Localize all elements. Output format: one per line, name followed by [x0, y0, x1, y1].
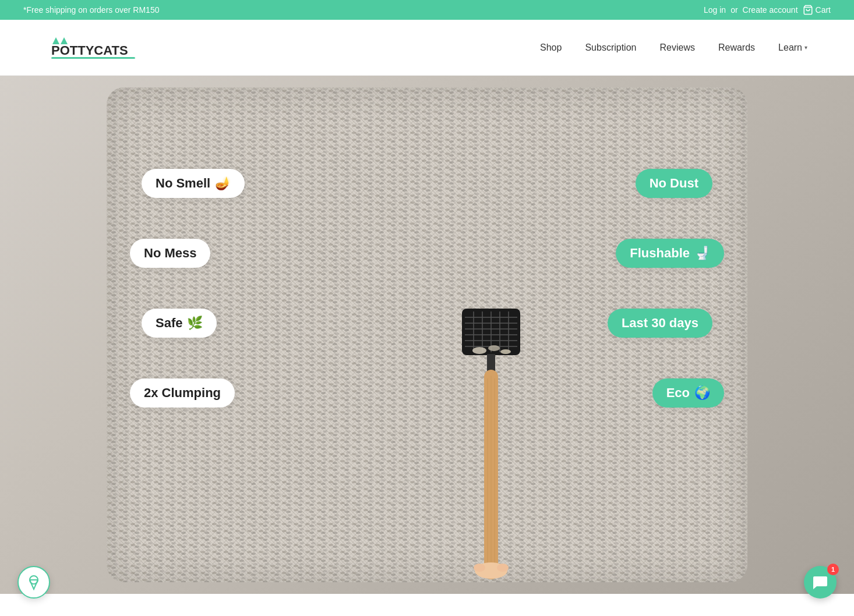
badge-last-30-label: Last 30 days	[622, 316, 698, 331]
reviews-link[interactable]: Reviews	[659, 43, 694, 52]
cart-link[interactable]: Cart	[803, 5, 831, 15]
or-separator: or	[731, 5, 737, 15]
nav-item-learn[interactable]: Learn ▾	[778, 43, 807, 53]
badge-flushable-label: Flushable	[630, 246, 690, 261]
svg-text:POTTYCATS: POTTYCATS	[51, 43, 128, 58]
badge-no-smell: No Smell 🪔	[142, 169, 245, 198]
shop-link[interactable]: Shop	[540, 43, 562, 52]
cart-label: Cart	[816, 5, 831, 15]
badge-eco: Eco 🌍	[652, 378, 724, 408]
badge-2x-clumping: 2x Clumping	[130, 378, 235, 408]
announcement-bar: *Free shipping on orders over RM150 Log …	[0, 0, 854, 20]
rewards-widget[interactable]	[17, 566, 50, 599]
badge-flushable: Flushable 🚽	[616, 239, 724, 268]
chat-badge: 1	[827, 564, 839, 575]
auth-links: Log in or Create account Cart	[704, 5, 831, 15]
chat-icon	[812, 574, 828, 590]
subscription-link[interactable]: Subscription	[585, 43, 636, 52]
nav-item-shop[interactable]: Shop	[540, 43, 562, 53]
badge-flushable-emoji: 🚽	[694, 246, 710, 261]
login-link[interactable]: Log in	[704, 5, 726, 15]
svg-point-28	[500, 349, 511, 354]
badge-no-smell-label: No Smell	[156, 176, 210, 191]
cart-icon	[803, 5, 813, 15]
badge-safe-emoji: 🌿	[187, 316, 203, 331]
badge-no-dust-label: No Dust	[650, 176, 698, 191]
svg-point-27	[488, 345, 500, 351]
nav-item-reviews[interactable]: Reviews	[659, 43, 694, 53]
logo-container[interactable]: POTTYCATS	[47, 31, 140, 63]
svg-rect-21	[487, 354, 495, 371]
badge-eco-label: Eco	[666, 385, 690, 401]
svg-point-31	[497, 564, 509, 572]
svg-rect-4	[51, 57, 135, 59]
svg-point-30	[474, 564, 485, 572]
create-account-link[interactable]: Create account	[743, 5, 798, 15]
badge-no-smell-emoji: 🪔	[215, 176, 231, 191]
badge-no-mess-label: No Mess	[144, 246, 196, 261]
nav-links: Shop Subscription Reviews Rewards Learn …	[540, 43, 807, 53]
announcement-text: *Free shipping on orders over RM150	[23, 5, 159, 15]
badge-safe: Safe 🌿	[142, 309, 217, 338]
badge-no-dust: No Dust	[636, 169, 712, 198]
badge-eco-emoji: 🌍	[694, 385, 710, 401]
learn-link[interactable]: Learn ▾	[778, 43, 807, 53]
logo-svg: POTTYCATS	[47, 31, 140, 63]
badge-last-30: Last 30 days	[608, 309, 712, 338]
badge-2x-clumping-label: 2x Clumping	[144, 385, 221, 401]
nav-item-rewards[interactable]: Rewards	[718, 43, 755, 53]
rewards-icon	[26, 574, 42, 590]
rewards-link[interactable]: Rewards	[718, 43, 755, 52]
litter-tray: No Smell 🪔 No Dust No Mess Flushable 🚽 S…	[107, 87, 747, 582]
scoop-illustration	[427, 303, 555, 582]
main-navigation: POTTYCATS Shop Subscription Reviews Rewa…	[0, 20, 854, 76]
badge-safe-label: Safe	[156, 316, 182, 331]
chevron-down-icon: ▾	[804, 44, 807, 51]
svg-point-26	[472, 347, 486, 354]
chat-widget[interactable]: 1	[804, 566, 837, 599]
hero-section: No Smell 🪔 No Dust No Mess Flushable 🚽 S…	[0, 76, 854, 594]
badge-no-mess: No Mess	[130, 239, 210, 268]
nav-item-subscription[interactable]: Subscription	[585, 43, 636, 53]
